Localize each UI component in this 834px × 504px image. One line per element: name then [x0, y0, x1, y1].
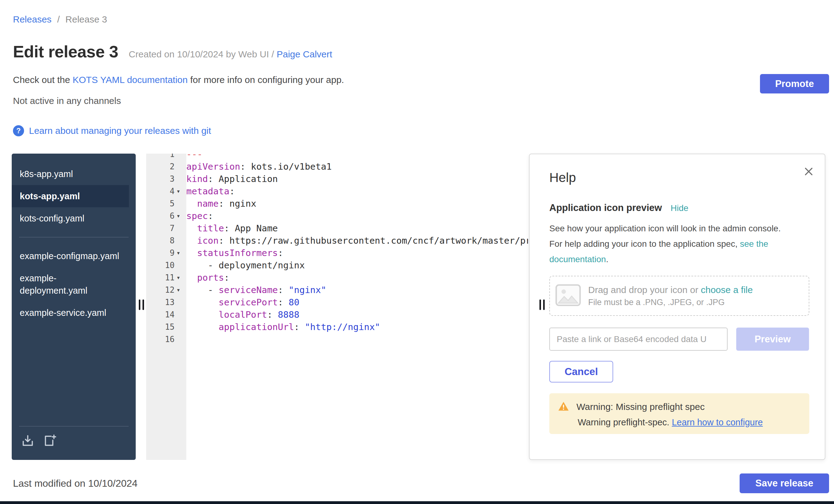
fold-arrow-icon[interactable]: ▾ — [175, 185, 186, 197]
fold-spacer — [175, 296, 186, 308]
close-icon[interactable] — [802, 165, 815, 179]
file-tree-item[interactable]: k8s-app.yaml — [12, 163, 129, 185]
warning-detail: Warning preflight-spec. Learn how to con… — [578, 417, 801, 428]
warning-title: Warning: Missing preflight spec — [576, 401, 705, 412]
help-panel-resize-handle[interactable] — [540, 300, 545, 310]
code-token-plain: : — [294, 322, 305, 332]
image-placeholder-icon — [555, 283, 581, 308]
fold-spacer — [175, 197, 186, 210]
code-text: applicationUrl: "http://nginx" — [186, 321, 380, 333]
code-line[interactable]: 2apiVersion: kots.io/v1beta1 — [146, 160, 528, 173]
file-tree-item[interactable]: example-configmap.yaml — [12, 245, 129, 267]
breadcrumb-releases-link[interactable]: Releases — [13, 14, 51, 24]
line-number: 4 — [146, 185, 175, 197]
dropzone-text: Drag and drop your icon or — [588, 285, 698, 295]
kots-yaml-docs-link[interactable]: KOTS YAML documentation — [72, 75, 188, 85]
code-text: ports: — [186, 271, 229, 284]
code-token-val: nginx — [229, 198, 256, 209]
docs-line: Check out the KOTS YAML documentation fo… — [13, 75, 821, 85]
code-token-plain: : — [219, 235, 229, 246]
yaml-code-editor[interactable]: 1---2apiVersion: kots.io/v1beta13kind: A… — [146, 154, 528, 460]
code-line[interactable]: 1--- — [146, 154, 528, 160]
line-number: 10 — [146, 259, 175, 271]
code-line[interactable]: 13 servicePort: 80 — [146, 296, 528, 308]
code-token-key: apiVersion — [186, 161, 240, 172]
code-line[interactable]: 9▾ statusInformers: — [146, 247, 528, 259]
code-text: metadata: — [186, 185, 235, 197]
line-number: 5 — [146, 197, 175, 210]
icon-dropzone[interactable]: Drag and drop your icon or choose a file… — [549, 276, 809, 316]
choose-file-link[interactable]: choose a file — [701, 285, 752, 295]
code-token-plain: : — [219, 198, 229, 209]
docs-suffix: for more info on configuring your app. — [190, 75, 344, 85]
code-line[interactable]: 8 icon: https://raw.githubusercontent.co… — [146, 235, 528, 247]
code-line[interactable]: 6▾spec: — [146, 210, 528, 222]
sidebar-resize-handle[interactable] — [139, 300, 144, 310]
code-line[interactable]: 10 - deployment/nginx — [146, 259, 528, 271]
code-token-key: servicePort — [219, 297, 278, 308]
file-tree-item[interactable]: kots-app.yaml — [12, 185, 129, 207]
new-file-icon[interactable] — [43, 434, 57, 449]
code-token-plain: : — [208, 211, 213, 221]
file-tree-footer — [12, 419, 136, 449]
code-line[interactable]: 4▾metadata: — [146, 185, 528, 197]
code-line[interactable]: 15 applicationUrl: "http://nginx" — [146, 321, 528, 333]
icon-preview-description: See how your application icon will look … — [549, 221, 786, 267]
code-text: title: App Name — [186, 222, 278, 235]
code-lines: 1---2apiVersion: kots.io/v1beta13kind: A… — [146, 154, 528, 346]
icon-url-input[interactable] — [549, 328, 728, 351]
code-token-plain: - deployment/nginx — [186, 260, 305, 270]
configure-preflight-link[interactable]: Learn how to configure — [672, 417, 763, 427]
save-release-button[interactable]: Save release — [740, 474, 829, 493]
file-tree-item[interactable]: example-deployment.yaml — [12, 267, 129, 302]
line-number: 3 — [146, 173, 175, 185]
icon-preview-section-header: Application icon preview Hide — [549, 202, 809, 214]
code-line[interactable]: 14 localPort: 8888 — [146, 308, 528, 321]
fold-arrow-icon[interactable]: ▾ — [175, 284, 186, 296]
code-token-key: metadata — [186, 186, 229, 196]
code-line[interactable]: 11▾ ports: — [146, 271, 528, 284]
file-tree-item[interactable]: example-service.yaml — [12, 302, 129, 324]
dropzone-requirements: File must be a .PNG, .JPEG, or .JPG — [588, 298, 753, 307]
code-text: apiVersion: kots.io/v1beta1 — [186, 160, 332, 173]
code-token-plain — [186, 297, 219, 308]
code-token-key: icon — [197, 235, 219, 246]
code-line[interactable]: 12▾ - serviceName: "nginx" — [146, 284, 528, 296]
code-token-plain — [186, 248, 197, 258]
code-token-plain: : — [240, 161, 251, 172]
cancel-button[interactable]: Cancel — [549, 361, 613, 382]
code-text: localPort: 8888 — [186, 308, 300, 321]
code-line[interactable]: 5 name: nginx — [146, 197, 528, 210]
icon-url-row: Preview — [549, 328, 809, 351]
code-line[interactable]: 7 title: App Name — [146, 222, 528, 235]
warning-detail-text: Warning preflight-spec. — [578, 417, 669, 427]
file-tree-item[interactable]: kots-config.yaml — [12, 207, 129, 229]
promote-button[interactable]: Promote — [760, 74, 829, 93]
code-token-plain: - — [186, 285, 219, 295]
preflight-warning-box: Warning: Missing preflight spec Warning … — [549, 393, 809, 434]
code-token-val: https://raw.githubusercontent.com/cncf/a… — [229, 235, 528, 246]
description-suffix: . — [606, 255, 609, 264]
breadcrumb-current: Release 3 — [65, 14, 107, 24]
fold-arrow-icon[interactable]: ▾ — [175, 210, 186, 222]
hide-link[interactable]: Hide — [671, 203, 688, 213]
footer: Last modified on 10/10/2024 Save release — [13, 474, 829, 493]
line-number: 2 — [146, 160, 175, 173]
breadcrumb-separator: / — [57, 14, 60, 24]
import-file-icon[interactable] — [21, 434, 35, 449]
fold-arrow-icon[interactable]: ▾ — [175, 271, 186, 284]
code-token-key: localPort — [219, 309, 267, 320]
line-number: 1 — [146, 154, 175, 160]
fold-arrow-icon[interactable]: ▾ — [175, 247, 186, 259]
line-number: 13 — [146, 296, 175, 308]
code-line[interactable]: 3kind: Application — [146, 173, 528, 185]
git-learn-link[interactable]: Learn about managing your releases with … — [29, 126, 211, 136]
file-tree-footer-divider — [19, 426, 129, 426]
icon-preview-title: Application icon preview — [549, 202, 662, 214]
preview-button[interactable]: Preview — [736, 328, 809, 351]
author-link[interactable]: Paige Calvert — [277, 49, 332, 59]
code-token-doc: --- — [186, 154, 202, 159]
file-tree-list: k8s-app.yamlkots-app.yamlkots-config.yam… — [12, 163, 136, 324]
code-line[interactable]: 16 — [146, 333, 528, 346]
code-token-key: applicationUrl — [219, 322, 294, 332]
